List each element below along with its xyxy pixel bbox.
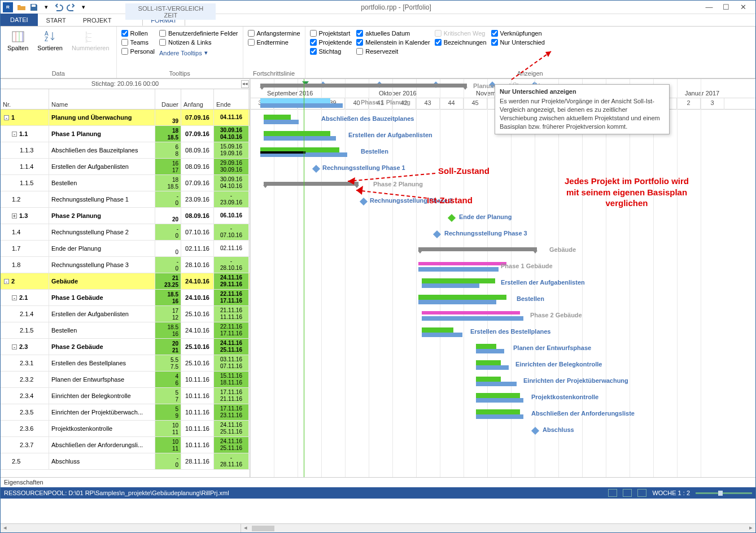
- tab-start[interactable]: START: [38, 15, 75, 26]
- horizontal-scrollbar[interactable]: ◂ ◂ ▸: [1, 523, 755, 532]
- bar-label: Einrichten der Projektüberwachung: [523, 377, 628, 384]
- table-row[interactable]: -2.1Phase 1 Gebäude18.51624.10.1622.11.1…: [1, 290, 250, 306]
- ribbon-group-data: Spalten AZ Sortieren 1—2—3— Nummerieren …: [1, 27, 117, 78]
- spalten-button[interactable]: Spalten: [5, 29, 30, 69]
- week-cell: 44: [440, 98, 464, 110]
- minimize-button[interactable]: —: [703, 3, 715, 11]
- svg-text:1—: 1—: [85, 31, 91, 35]
- bar-label: Erstellen der Aufgabenlisten: [501, 279, 585, 286]
- open-icon[interactable]: [16, 2, 27, 12]
- table-row[interactable]: -2Gebäude2123.2524.10.1624.11.1629.11.16: [1, 273, 250, 290]
- table-row[interactable]: 1.1.5Bestellen1818.507.09.1630.09.1604.1…: [1, 175, 250, 191]
- zoom-label: WOCHE 1 : 2: [652, 490, 690, 496]
- header-anfang[interactable]: Anfang: [181, 89, 214, 109]
- table-row[interactable]: 2.5Abschluss-028.11.16-28.11.16: [1, 453, 250, 470]
- tab-projekt[interactable]: PROJEKT: [75, 15, 120, 26]
- group-label-tooltips: Tooltips: [121, 69, 238, 77]
- tab-datei[interactable]: DATEI: [1, 14, 38, 26]
- table-row[interactable]: 2.3.2Planen der Entwurfsphase4610.11.161…: [1, 372, 250, 388]
- table-row[interactable]: -1Planung und Überwachung3907.09.1604.11…: [1, 110, 250, 126]
- table-row[interactable]: -2.3Phase 2 Gebäude202125.10.1624.11.162…: [1, 339, 250, 355]
- chk-benutzer[interactable]: Benutzerdefinierte Felder: [159, 30, 238, 37]
- close-button[interactable]: ✕: [737, 3, 749, 11]
- expand-icon[interactable]: -: [12, 295, 17, 300]
- expand-icon[interactable]: -: [12, 132, 17, 137]
- bar-label: Planen der Entwurfsphase: [513, 344, 591, 351]
- chk-projektstart[interactable]: Projektstart: [310, 30, 352, 37]
- expand-icon[interactable]: -: [4, 279, 9, 284]
- bar-label: Rechnungsstellung Phase 1: [322, 164, 405, 171]
- chk-notizen[interactable]: Notizen & Links: [159, 39, 238, 46]
- qat-more-icon[interactable]: ▾: [78, 2, 89, 12]
- header-nr[interactable]: Nr.: [1, 89, 49, 109]
- table-row[interactable]: 1.8Rechnungsstellung Phase 3-028.10.16-2…: [1, 257, 250, 273]
- table-row[interactable]: 2.3.6Projektkostenkontrolle101110.11.162…: [1, 421, 250, 437]
- sortieren-button[interactable]: AZ Sortieren: [35, 29, 65, 69]
- header-ende[interactable]: Ende: [214, 89, 249, 109]
- chk-teams[interactable]: Teams: [121, 39, 155, 46]
- bar-label: Phase 1 Gebäude: [501, 263, 553, 269]
- title-bar: R ▾ ▾ portfolio.rpp - [Portfolio] — ☐ ✕: [1, 1, 755, 14]
- status-view-icon-2[interactable]: [623, 489, 632, 497]
- chk-nur-unterschied[interactable]: Nur Unterschied: [491, 39, 545, 46]
- table-row[interactable]: 1.7Ende der Planung002.11.1602.11.16: [1, 241, 250, 257]
- chk-personal[interactable]: Personal: [121, 48, 155, 55]
- stichtag-line: [304, 79, 304, 477]
- pane-collapse-button[interactable]: ◂◂: [241, 80, 249, 88]
- andere-tooltips-dropdown[interactable]: Andere Tooltips ▾: [159, 48, 238, 58]
- properties-bar[interactable]: Eigenschaften: [1, 477, 755, 487]
- status-view-icon-3[interactable]: [637, 489, 646, 497]
- svg-rect-0: [32, 5, 36, 7]
- expand-icon[interactable]: -: [4, 115, 9, 120]
- table-row[interactable]: 2.3.4Einrichten der Belegkontrolle5710.1…: [1, 388, 250, 404]
- redo-icon[interactable]: [66, 2, 76, 12]
- bar-label: Projektkostenkontrolle: [531, 394, 598, 400]
- table-row[interactable]: 2.1.4Erstellen der Aufgabenlisten171225.…: [1, 306, 250, 322]
- table-row[interactable]: 1.2Rechnungsstellung Phase 1-023.09.16-2…: [1, 191, 250, 208]
- tooltip-popup: Nur Unterschied anzeigen Es werden nur P…: [495, 84, 670, 134]
- header-name[interactable]: Name: [49, 89, 155, 109]
- bar-label: Ende der Planung: [459, 213, 512, 220]
- undo-icon[interactable]: [54, 2, 64, 12]
- chk-bezeichnungen[interactable]: Bezeichnungen: [435, 39, 487, 46]
- bar-label: Abschließen des Bauzeitplanes: [321, 115, 414, 122]
- zoom-slider[interactable]: [696, 492, 752, 494]
- table-row[interactable]: 2.3.7Abschließen der Anforderungsli...10…: [1, 437, 250, 453]
- bar-label: Abschließen der Anforderungsliste: [531, 410, 635, 417]
- table-row[interactable]: +1.3Phase 2 Planung2008.09.1606.10.16: [1, 208, 250, 224]
- table-row[interactable]: 1.1.4Erstellen der Aufgabenlisten161708.…: [1, 159, 250, 175]
- ribbon-group-tooltips: Rollen Teams Personal Benutzerdefinierte…: [117, 27, 243, 78]
- bar-label: Einrichten der Belegkontrolle: [515, 361, 602, 368]
- table-row[interactable]: 1.1.3Abschließen des Bauzeitplanes6808.0…: [1, 142, 250, 159]
- chk-stichtag[interactable]: Stichtag: [310, 48, 352, 55]
- bar-label: Phase 2 Gebäude: [530, 312, 582, 318]
- table-row[interactable]: 2.3.5Einrichten der Projektüberwach...59…: [1, 404, 250, 421]
- chk-endtermine[interactable]: Endtermine: [248, 39, 300, 46]
- table-headers: Nr. Name Dauer Anfang Ende: [1, 89, 250, 110]
- bar-label: Bestellen: [517, 295, 544, 302]
- status-view-icon-1[interactable]: [608, 489, 617, 497]
- bar-label: Erstellen der Aufgabenlisten: [348, 132, 432, 138]
- save-icon[interactable]: [29, 2, 39, 12]
- chk-reserve[interactable]: Reservezeit: [356, 48, 430, 55]
- quick-access-toolbar: ▾ ▾: [16, 2, 89, 12]
- expand-icon[interactable]: -: [12, 344, 17, 349]
- chk-meilenstein[interactable]: Meilenstein in Kalender: [356, 39, 430, 46]
- svg-text:2—: 2—: [85, 35, 91, 39]
- chk-rollen[interactable]: Rollen: [121, 30, 155, 37]
- table-row[interactable]: 2.3.1Erstellen des Bestellplanes5.57.525…: [1, 355, 250, 372]
- expand-icon[interactable]: +: [12, 213, 17, 219]
- header-dauer[interactable]: Dauer: [155, 89, 181, 109]
- chk-aktuelles[interactable]: aktuelles Datum: [356, 30, 430, 37]
- table-body[interactable]: -1Planung und Überwachung3907.09.1604.11…: [1, 110, 250, 477]
- maximize-button[interactable]: ☐: [720, 3, 732, 11]
- dropdown-icon[interactable]: ▾: [41, 2, 51, 12]
- table-row[interactable]: 1.4Rechnungsstellung Phase 2-007.10.16-0…: [1, 224, 250, 241]
- table-row[interactable]: 2.1.5Bestellen18.51624.10.1622.11.1617.1…: [1, 322, 250, 339]
- bar-label: Bestellen: [361, 148, 388, 155]
- chk-verknuepfungen[interactable]: Verknüpfungen: [491, 30, 545, 37]
- chk-anfangstermine[interactable]: Anfangstermine: [248, 30, 300, 37]
- gantt-chart[interactable]: September 2016Oktober 2016November 2016J…: [250, 79, 755, 477]
- chk-projektende[interactable]: Projektende: [310, 39, 352, 46]
- table-row[interactable]: -1.1Phase 1 Planung1818.507.09.1630.09.1…: [1, 126, 250, 142]
